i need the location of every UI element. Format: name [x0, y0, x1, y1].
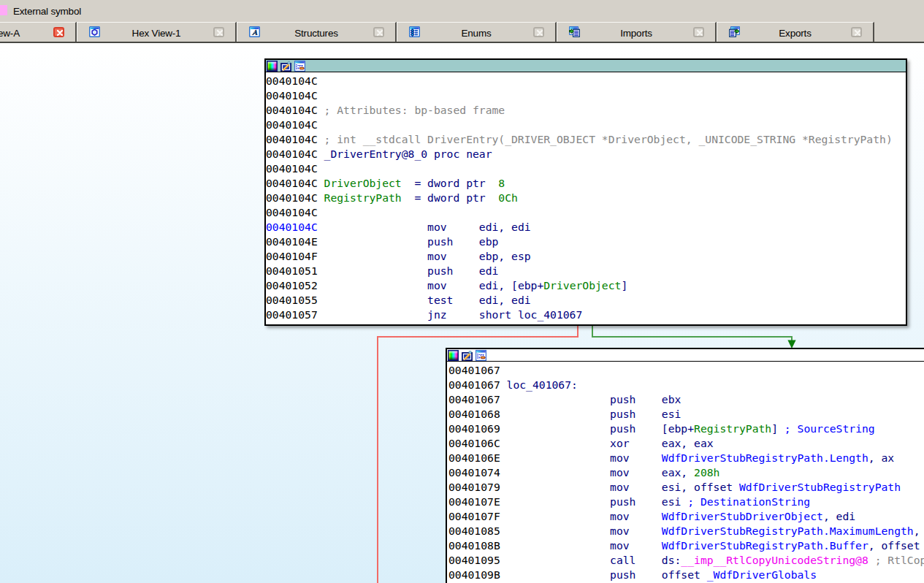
code-token: 0Ch — [498, 191, 518, 204]
code-token: __imp__RtlCopyUnicodeString@8 — [681, 554, 868, 566]
code-line[interactable]: 0040104C — [266, 161, 906, 176]
tab-hex-view-1[interactable]: Hex View-1 — [77, 22, 237, 42]
block-loc_401067: 0040106700401067 loc_401067:00401067 pus… — [446, 348, 924, 583]
code-line[interactable]: 00401095 call ds:__imp__RtlCopyUnicodeSt… — [448, 553, 924, 568]
code-line[interactable]: 0040104C — [266, 118, 906, 132]
code-token: ; RtlCopyUnicodeString — [875, 554, 924, 566]
tab-exports[interactable]: Exports — [717, 22, 874, 42]
tab-label: Hex View-1 — [77, 28, 235, 39]
code-line[interactable]: 00401085 mov WdfDriverStubRegistryPath.M… — [448, 524, 924, 538]
edge-true-branch — [592, 326, 792, 341]
code-token: edi, edi — [479, 294, 531, 306]
tab-structures[interactable]: AStructures — [237, 22, 397, 42]
code-line[interactable]: 0040104C DriverObject = dword ptr 8 — [266, 176, 906, 191]
code-token: _WdfDriverGlobals — [707, 568, 817, 581]
graph-sync-icon[interactable] — [294, 61, 305, 72]
graph-sync-icon[interactable] — [476, 350, 486, 361]
code-token: mov — [500, 466, 662, 479]
code-line[interactable]: 0040106C xor eax, eax — [448, 436, 924, 451]
code-line[interactable]: 0040104C — [266, 88, 906, 103]
code-token: jnz — [318, 308, 479, 321]
code-line[interactable]: 00401057 jnz short loc_401067 — [266, 308, 906, 322]
code-token: offset — [662, 568, 707, 581]
code-token: push — [500, 568, 662, 581]
code-token: WdfDriverStubRegistryPath.MaximumLength — [662, 525, 914, 537]
code-token: 0040107E — [448, 495, 500, 508]
palette-icon[interactable] — [448, 350, 459, 361]
code-token: mov — [500, 510, 662, 522]
code-token: esi, offset — [662, 481, 739, 493]
code-token: 0040104C — [266, 133, 324, 145]
code-line[interactable]: 00401052 mov edi, [ebp+DriverObject] — [266, 278, 906, 293]
tab-bar: ew-AHex View-1AStructuresEnumsImportsExp… — [0, 22, 924, 43]
palette-icon[interactable] — [267, 61, 278, 72]
ida-graph-view-window: { "legend": { "label": "External symbol"… — [0, 0, 924, 583]
code-token: 0040108B — [448, 539, 500, 552]
code-token: , ax — [868, 451, 894, 464]
code-token: = dword ptr — [402, 177, 499, 189]
tab-imports[interactable]: Imports — [557, 22, 717, 42]
code-line[interactable]: 00401079 mov esi, offset WdfDriverStubRe… — [448, 480, 924, 495]
code-token: 00401057 — [266, 308, 318, 321]
tab-enums[interactable]: Enums — [397, 22, 557, 42]
code-line[interactable]: 0040104E push ebp — [266, 235, 906, 249]
code-token: 0040104E — [266, 235, 318, 248]
edit-color-icon[interactable] — [280, 61, 291, 72]
code-token: ebp — [479, 235, 499, 248]
legend-strip: External symbol — [0, 0, 924, 22]
code-token: 00401067 — [448, 393, 500, 405]
tab-close-button[interactable] — [373, 27, 384, 37]
code-line[interactable]: 00401055 test edi, edi — [266, 293, 906, 308]
tab-close-button[interactable] — [533, 27, 544, 37]
code-line[interactable]: 0040104C — [266, 74, 906, 88]
node-titlebar[interactable] — [447, 349, 924, 362]
code-line[interactable]: 0040104C ; Attributes: bp-based frame — [266, 103, 906, 118]
code-line[interactable]: 0040106E mov WdfDriverStubRegistryPath.L… — [448, 451, 924, 465]
disassembly-graph[interactable]: 0040104C0040104C0040104C ; Attributes: b… — [0, 43, 924, 583]
code-line[interactable]: 0040104C — [266, 205, 906, 220]
code-token: call — [500, 554, 662, 566]
tab-close-button[interactable] — [53, 27, 64, 37]
tab-label: Imports — [557, 28, 715, 39]
code-line[interactable]: 0040104C RegistryPath = dword ptr 0Ch — [266, 191, 906, 205]
code-token: RegistryPath — [694, 422, 771, 435]
node-titlebar[interactable] — [266, 60, 906, 72]
code-token: ebp, esp — [479, 250, 531, 262]
tab-close-button[interactable] — [851, 27, 862, 37]
code-line[interactable]: 0040104C _DriverEntry@8_0 proc near — [266, 147, 906, 161]
code-token: 00401079 — [448, 481, 500, 493]
code-token: mov — [500, 481, 662, 493]
code-line[interactable]: 00401067 push ebx — [448, 392, 924, 407]
code-line[interactable]: 00401051 push edi — [266, 264, 906, 278]
code-line[interactable]: 0040104F mov ebp, esp — [266, 249, 906, 264]
code-token: , offset — [868, 539, 924, 552]
code-token: 0040106E — [448, 451, 500, 464]
code-line[interactable]: 0040109B push offset _WdfDriverGlobals — [448, 568, 924, 582]
code-token: = dword ptr — [402, 191, 499, 204]
code-line[interactable]: 00401067 — [448, 363, 924, 378]
code-line[interactable]: 0040107F mov WdfDriverStubDriverObject, … — [448, 509, 924, 524]
code-token: WdfDriverStubRegistryPath.Length — [662, 451, 868, 464]
code-line[interactable]: 00401069 push [ebp+RegistryPath] ; Sourc… — [448, 422, 924, 436]
code-line[interactable]: 0040108B mov WdfDriverStubRegistryPath.B… — [448, 538, 924, 553]
code-line[interactable]: 00401074 mov eax, 208h — [448, 465, 924, 480]
code-line[interactable]: 00401068 push esi — [448, 407, 924, 422]
code-token: mov — [318, 221, 479, 233]
code-token: ; DestinationString — [687, 495, 810, 508]
code-token: WdfDriverStubRegistryPath — [739, 481, 901, 493]
code-token: eax, — [662, 466, 694, 479]
code-token: 0040104C — [266, 221, 318, 233]
code-line[interactable]: 0040104C ; int __stdcall DriverEntry(_DR… — [266, 132, 906, 147]
code-token: mov — [500, 451, 662, 464]
tab-close-button[interactable] — [213, 27, 224, 37]
code-token: ; int __stdcall DriverEntry(_DRIVER_OBJE… — [324, 133, 893, 145]
tab-close-button[interactable] — [693, 27, 704, 37]
code-token: push — [318, 235, 479, 248]
code-token: edi — [479, 264, 499, 277]
code-line[interactable]: 00401067 loc_401067: — [448, 378, 924, 392]
code-token: short loc_401067 — [479, 308, 582, 321]
code-line[interactable]: 0040104C mov edi, edi — [266, 220, 906, 235]
edit-color-icon[interactable] — [462, 350, 473, 361]
tab-ew-a[interactable]: ew-A — [0, 22, 77, 42]
code-line[interactable]: 0040107E push esi ; DestinationString — [448, 495, 924, 509]
